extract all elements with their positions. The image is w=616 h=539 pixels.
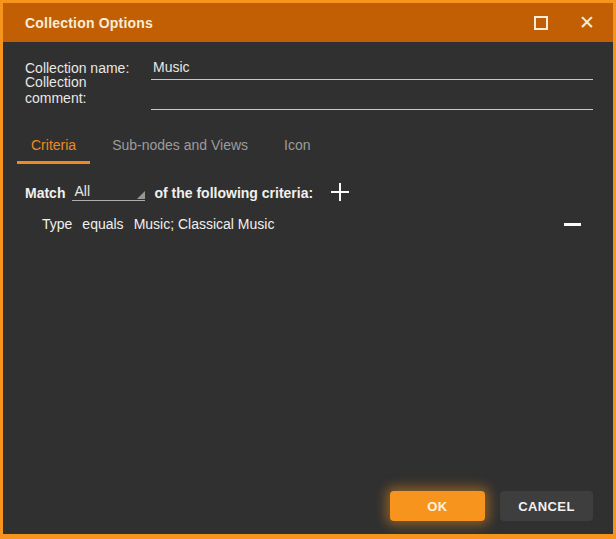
add-criterion-button[interactable] bbox=[329, 181, 351, 203]
minus-icon bbox=[564, 223, 581, 226]
cancel-button[interactable]: CANCEL bbox=[500, 491, 593, 521]
criterion-value: Music; Classical Music bbox=[134, 216, 275, 232]
dialog-content: Collection name: Collection comment: Cri… bbox=[3, 42, 613, 534]
criterion-field: Type bbox=[42, 216, 72, 232]
titlebar: Collection Options ✕ bbox=[3, 3, 613, 42]
tab-sub-nodes-and-views[interactable]: Sub-nodes and Views bbox=[98, 131, 262, 164]
tab-bar: Criteria Sub-nodes and Views Icon bbox=[17, 131, 593, 164]
tab-icon[interactable]: Icon bbox=[270, 131, 324, 164]
match-mode-value: All bbox=[74, 183, 90, 199]
footer: OK CANCEL bbox=[25, 491, 593, 521]
match-label: Match bbox=[25, 185, 65, 201]
criterion-row: Type equals Music; Classical Music bbox=[25, 216, 593, 232]
close-icon[interactable]: ✕ bbox=[579, 13, 595, 32]
collection-options-dialog: Collection Options ✕ Collection name: Co… bbox=[0, 0, 616, 539]
collection-comment-input[interactable] bbox=[151, 89, 593, 110]
collection-comment-row: Collection comment: bbox=[25, 84, 593, 110]
match-mode-dropdown[interactable]: All bbox=[72, 183, 145, 201]
tab-criteria[interactable]: Criteria bbox=[17, 131, 90, 164]
ok-button[interactable]: OK bbox=[390, 491, 485, 521]
maximize-icon[interactable] bbox=[534, 16, 548, 30]
plus-icon bbox=[330, 182, 350, 202]
collection-comment-label: Collection comment: bbox=[25, 74, 151, 110]
match-suffix-label: of the following criteria: bbox=[154, 185, 313, 201]
dialog-title: Collection Options bbox=[25, 15, 534, 31]
dropdown-arrow-icon bbox=[137, 191, 145, 199]
match-row: Match All of the following criteria: bbox=[25, 181, 593, 201]
remove-criterion-button[interactable] bbox=[564, 217, 581, 232]
criterion-operator: equals bbox=[82, 216, 123, 232]
collection-name-input[interactable] bbox=[151, 59, 593, 80]
